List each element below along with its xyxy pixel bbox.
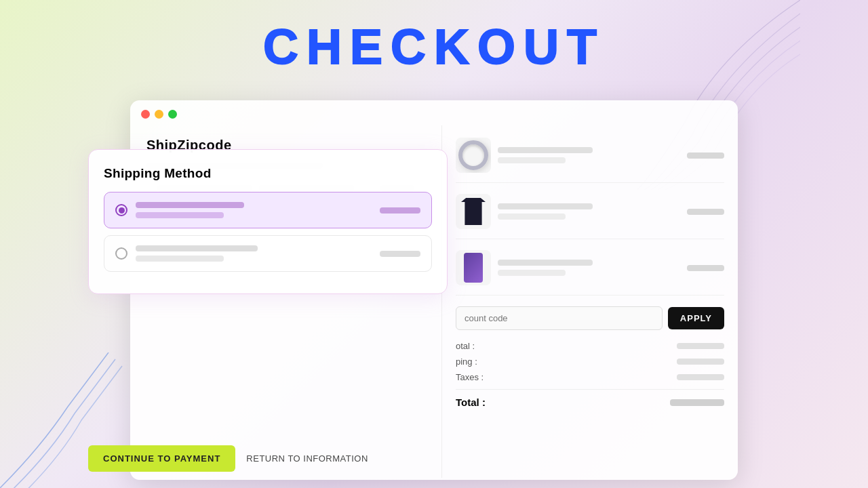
item-name-skeleton bbox=[498, 203, 593, 209]
tshirt-icon bbox=[461, 198, 486, 225]
subtotal-label: otal : bbox=[456, 341, 475, 351]
radio-selected-icon bbox=[119, 207, 125, 214]
option-2-detail-skeleton bbox=[136, 256, 224, 262]
continue-to-payment-button[interactable]: CONTINUE TO PAYMENT bbox=[88, 445, 235, 472]
shipping-label: ping : bbox=[456, 357, 477, 367]
shipping-value-skeleton bbox=[677, 359, 724, 365]
item-detail-skeleton bbox=[498, 270, 566, 276]
order-item-ring bbox=[456, 138, 724, 183]
traffic-lights bbox=[130, 100, 738, 125]
item-image-tshirt bbox=[456, 194, 491, 229]
radio-button-1[interactable] bbox=[115, 204, 127, 216]
item-info bbox=[498, 147, 680, 163]
bottom-buttons: CONTINUE TO PAYMENT RETURN TO INFORMATIO… bbox=[88, 445, 368, 472]
item-detail-skeleton bbox=[498, 214, 566, 220]
total-value-skeleton bbox=[670, 399, 724, 406]
minimize-button-icon[interactable] bbox=[155, 110, 163, 119]
option-1-detail-skeleton bbox=[136, 212, 224, 218]
order-item-tshirt bbox=[456, 194, 724, 239]
option-2-price-skeleton bbox=[380, 251, 420, 257]
option-1-details bbox=[136, 202, 372, 218]
shipping-row: ping : bbox=[456, 357, 724, 367]
shipping-option-2[interactable] bbox=[104, 235, 432, 272]
order-item-phone bbox=[456, 250, 724, 296]
ring-icon bbox=[458, 140, 488, 170]
return-to-information-button[interactable]: RETURN TO INFORMATION bbox=[246, 453, 368, 464]
phone-icon bbox=[464, 253, 483, 283]
shipping-method-title: Shipping Method bbox=[104, 166, 432, 181]
option-2-name-skeleton bbox=[136, 245, 258, 251]
taxes-row: Taxes : bbox=[456, 372, 724, 382]
page-title: CHECKOUT bbox=[263, 19, 605, 75]
item-price-skeleton bbox=[687, 265, 724, 271]
subtotal-value-skeleton bbox=[677, 343, 724, 349]
item-info bbox=[498, 260, 680, 276]
total-label: Total : bbox=[456, 396, 486, 408]
item-detail-skeleton bbox=[498, 157, 566, 163]
radio-button-2[interactable] bbox=[115, 247, 127, 260]
shipping-option-1[interactable] bbox=[104, 192, 432, 228]
maximize-button-icon[interactable] bbox=[168, 110, 177, 119]
discount-code-input[interactable] bbox=[456, 306, 663, 330]
close-button-icon[interactable] bbox=[141, 110, 150, 119]
taxes-label: Taxes : bbox=[456, 372, 484, 382]
item-price-skeleton bbox=[687, 152, 724, 159]
taxes-value-skeleton bbox=[677, 374, 724, 380]
apply-discount-button[interactable]: APPLY bbox=[668, 307, 724, 329]
item-image-ring bbox=[456, 138, 491, 173]
total-row: Total : bbox=[456, 389, 724, 408]
option-1-name-skeleton bbox=[136, 202, 244, 208]
item-image-phone bbox=[456, 250, 491, 285]
discount-section: APPLY bbox=[456, 306, 724, 330]
option-2-details bbox=[136, 245, 372, 262]
option-1-price-skeleton bbox=[380, 207, 420, 214]
right-panel: APPLY otal : ping : Taxes : Total : bbox=[442, 125, 738, 478]
item-name-skeleton bbox=[498, 147, 593, 153]
item-name-skeleton bbox=[498, 260, 593, 266]
subtotal-row: otal : bbox=[456, 341, 724, 351]
item-info bbox=[498, 203, 680, 220]
item-price-skeleton bbox=[687, 209, 724, 215]
shipping-method-card: Shipping Method bbox=[88, 149, 448, 294]
